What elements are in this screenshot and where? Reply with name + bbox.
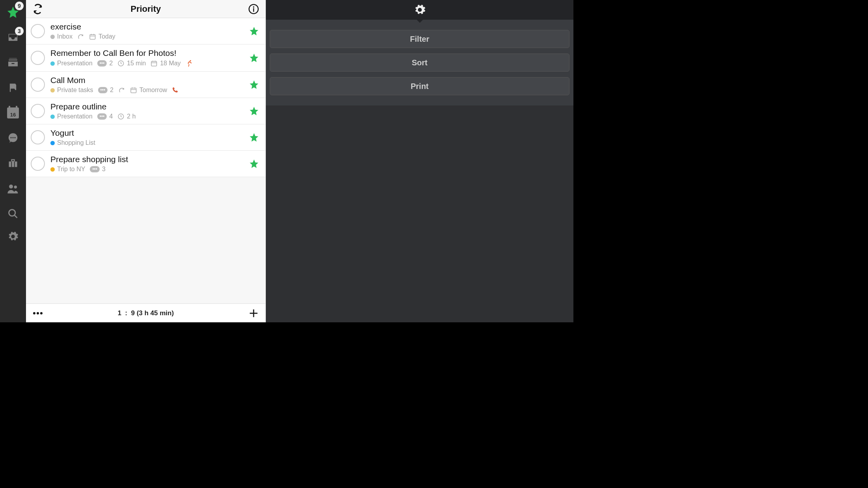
task-list-name: Presentation bbox=[57, 60, 93, 67]
footer: 1 : 9 (3 h 45 min) bbox=[26, 303, 265, 322]
task-star[interactable] bbox=[248, 52, 260, 64]
gear-icon bbox=[414, 4, 426, 16]
svg-rect-11 bbox=[14, 161, 15, 167]
svg-point-28 bbox=[190, 60, 191, 61]
task-row[interactable]: Prepare outlinePresentation•••42 h bbox=[26, 98, 265, 124]
svg-point-17 bbox=[253, 6, 254, 7]
task-title: Prepare shopping list bbox=[50, 155, 248, 164]
svg-point-34 bbox=[33, 312, 35, 314]
nav-people[interactable] bbox=[5, 180, 21, 197]
task-meta: Presentation•••215 min18 May bbox=[50, 59, 248, 67]
task-title: Yogurt bbox=[50, 128, 248, 138]
svg-rect-18 bbox=[253, 8, 254, 11]
filter-button[interactable]: Filter bbox=[270, 30, 569, 48]
main-column: Priority exerciseInboxTodayRemember to C… bbox=[26, 0, 266, 322]
svg-rect-24 bbox=[152, 61, 157, 66]
svg-point-13 bbox=[14, 186, 17, 189]
svg-point-14 bbox=[9, 210, 15, 216]
task-title: exercise bbox=[50, 22, 248, 31]
task-checkbox[interactable] bbox=[31, 130, 45, 144]
phone-icon bbox=[172, 87, 179, 94]
svg-rect-0 bbox=[8, 62, 18, 67]
svg-rect-29 bbox=[131, 88, 136, 93]
calendar-icon: 16 bbox=[7, 107, 19, 118]
svg-point-35 bbox=[37, 312, 39, 314]
task-row[interactable]: Remember to Call Ben for Photos!Presenta… bbox=[26, 44, 265, 72]
svg-rect-19 bbox=[90, 35, 95, 39]
inbox-badge: 3 bbox=[15, 27, 24, 35]
task-row[interactable]: exerciseInboxToday bbox=[26, 18, 265, 44]
task-checkbox[interactable] bbox=[31, 51, 45, 65]
add-button[interactable] bbox=[247, 307, 260, 320]
nav-archive[interactable] bbox=[5, 54, 21, 71]
footer-summary: 1 : 9 (3 h 45 min) bbox=[118, 309, 174, 317]
svg-point-5 bbox=[10, 137, 11, 138]
task-checkbox[interactable] bbox=[31, 24, 45, 38]
task-row[interactable]: Prepare shopping listTrip to NY•••3 bbox=[26, 151, 265, 177]
nav-flag[interactable] bbox=[5, 79, 21, 96]
nav-search[interactable] bbox=[5, 205, 21, 222]
info-button[interactable] bbox=[247, 3, 260, 15]
task-title: Prepare outline bbox=[50, 102, 248, 111]
task-meta: Private tasks•••2Tomorrow bbox=[50, 87, 248, 94]
settings-body: Filter Sort Print bbox=[266, 20, 573, 105]
sync-button[interactable] bbox=[32, 3, 44, 15]
task-star[interactable] bbox=[248, 79, 260, 91]
print-button[interactable]: Print bbox=[270, 77, 569, 95]
task-meta: Shopping List bbox=[50, 139, 248, 146]
sort-button[interactable]: Sort bbox=[270, 54, 569, 72]
task-list-name: Presentation bbox=[57, 113, 93, 120]
nav-settings[interactable] bbox=[5, 228, 21, 245]
task-list-name: Shopping List bbox=[57, 139, 95, 146]
page-title: Priority bbox=[130, 4, 161, 14]
run-icon bbox=[185, 59, 193, 67]
nav-chat[interactable] bbox=[5, 130, 21, 146]
task-meta: Trip to NY•••3 bbox=[50, 166, 248, 173]
task-meta: InboxToday bbox=[50, 33, 248, 40]
task-star[interactable] bbox=[248, 131, 260, 143]
nav-inbox[interactable]: 3 bbox=[5, 29, 21, 46]
task-star[interactable] bbox=[248, 105, 260, 117]
task-list: exerciseInboxTodayRemember to Call Ben f… bbox=[26, 18, 265, 303]
svg-point-36 bbox=[40, 312, 43, 314]
more-button[interactable] bbox=[32, 307, 44, 320]
priority-badge: 9 bbox=[15, 2, 24, 10]
nav-briefcase[interactable] bbox=[5, 155, 21, 172]
svg-point-6 bbox=[12, 137, 13, 138]
header: Priority bbox=[26, 0, 265, 18]
task-meta: Presentation•••42 h bbox=[50, 113, 248, 120]
task-star[interactable] bbox=[248, 25, 260, 37]
settings-header bbox=[266, 0, 573, 20]
svg-point-12 bbox=[9, 185, 13, 189]
task-list-name: Inbox bbox=[57, 33, 72, 40]
task-title: Call Mom bbox=[50, 76, 248, 85]
svg-rect-1 bbox=[9, 59, 17, 61]
nav-calendar[interactable]: 16 bbox=[5, 105, 21, 121]
task-list-name: Trip to NY bbox=[57, 166, 85, 173]
svg-point-7 bbox=[14, 137, 15, 138]
svg-line-15 bbox=[15, 215, 17, 218]
svg-rect-9 bbox=[12, 160, 15, 162]
sidebar: 9 3 16 bbox=[0, 0, 26, 322]
task-checkbox[interactable] bbox=[31, 104, 45, 118]
task-checkbox[interactable] bbox=[31, 78, 45, 92]
nav-priority[interactable]: 9 bbox=[5, 4, 21, 20]
task-star[interactable] bbox=[248, 158, 260, 170]
task-row[interactable]: YogurtShopping List bbox=[26, 124, 265, 151]
task-row[interactable]: Call MomPrivate tasks•••2Tomorrow bbox=[26, 72, 265, 98]
svg-rect-10 bbox=[11, 161, 12, 167]
task-list-name: Private tasks bbox=[57, 87, 93, 94]
svg-rect-2 bbox=[9, 58, 17, 59]
task-title: Remember to Call Ben for Photos! bbox=[50, 48, 248, 58]
task-checkbox[interactable] bbox=[31, 157, 45, 171]
settings-panel: Filter Sort Print bbox=[266, 0, 573, 322]
svg-rect-3 bbox=[11, 63, 14, 64]
svg-rect-8 bbox=[9, 161, 17, 167]
